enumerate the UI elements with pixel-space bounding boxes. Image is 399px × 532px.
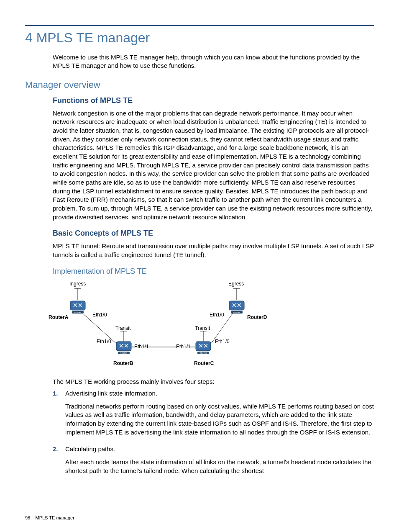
step-1-num: 1. bbox=[53, 389, 65, 441]
router-d-icon: ROUTER bbox=[228, 300, 245, 313]
diagram-lines bbox=[53, 280, 266, 372]
page-number: 98 bbox=[25, 515, 30, 520]
router-b-icon: ROUTER bbox=[115, 341, 132, 353]
step-2-desc: After each node learns the state informa… bbox=[65, 458, 374, 475]
svg-rect-10 bbox=[229, 301, 244, 310]
process-intro: The MPLS TE working process mainly invol… bbox=[53, 378, 374, 385]
functions-heading: Functions of MPLS TE bbox=[53, 96, 374, 105]
footer-label: MPLS TE manager bbox=[35, 515, 74, 520]
svg-text:ROUTER: ROUTER bbox=[200, 352, 207, 354]
step-2: 2. Calculating paths. After each node le… bbox=[53, 445, 374, 479]
top-rule bbox=[25, 25, 374, 26]
concepts-body: MPLS TE tunnel: Reroute and transmission… bbox=[53, 242, 374, 259]
svg-rect-16 bbox=[196, 342, 211, 351]
network-diagram: ROUTER ROUTER ROUTER ROUTER Ingress Egre… bbox=[53, 280, 374, 372]
impl-heading: Implementation of MPLS TE bbox=[53, 267, 374, 276]
svg-rect-13 bbox=[116, 342, 131, 351]
overview-heading: Manager overview bbox=[25, 80, 374, 90]
transit1-label: Transit bbox=[115, 325, 130, 331]
functions-body: Network congestion is one of the major p… bbox=[53, 109, 374, 222]
svg-rect-7 bbox=[70, 301, 85, 310]
if-b-right: Eth1/1 bbox=[134, 344, 149, 350]
svg-text:ROUTER: ROUTER bbox=[233, 311, 240, 314]
transit2-label: Transit bbox=[195, 325, 210, 331]
router-a-label: RouterA bbox=[49, 314, 68, 320]
if-b-left: Eth1/0 bbox=[97, 339, 111, 344]
router-b-label: RouterB bbox=[113, 360, 133, 366]
step-2-num: 2. bbox=[53, 445, 65, 479]
svg-text:ROUTER: ROUTER bbox=[74, 311, 82, 314]
router-a-icon: ROUTER bbox=[69, 300, 86, 313]
chapter-title: 4 MPLS TE manager bbox=[25, 30, 374, 46]
if-c-left: Eth1/1 bbox=[176, 344, 191, 350]
router-c-icon: ROUTER bbox=[195, 341, 212, 353]
concepts-heading: Basic Concepts of MPLS TE bbox=[53, 229, 374, 238]
if-c-right: Eth1/0 bbox=[215, 339, 230, 344]
intro-text: Welcome to use this MPLS TE manager help… bbox=[53, 53, 374, 70]
if-d: Eth1/0 bbox=[210, 312, 224, 318]
router-c-label: RouterC bbox=[194, 360, 214, 366]
step-1: 1. Advertising link state information. T… bbox=[53, 389, 374, 441]
router-d-label: RouterD bbox=[247, 314, 267, 320]
step-1-desc: Traditional networks perform routing bas… bbox=[65, 402, 374, 437]
step-2-title: Calculating paths. bbox=[65, 445, 374, 454]
egress-label: Egress bbox=[228, 281, 244, 287]
if-a: Eth1/0 bbox=[92, 312, 107, 318]
step-1-title: Advertising link state information. bbox=[65, 389, 374, 398]
svg-text:ROUTER: ROUTER bbox=[120, 352, 128, 354]
page-footer: 98 MPLS TE manager bbox=[25, 515, 74, 520]
ingress-label: Ingress bbox=[69, 281, 86, 287]
